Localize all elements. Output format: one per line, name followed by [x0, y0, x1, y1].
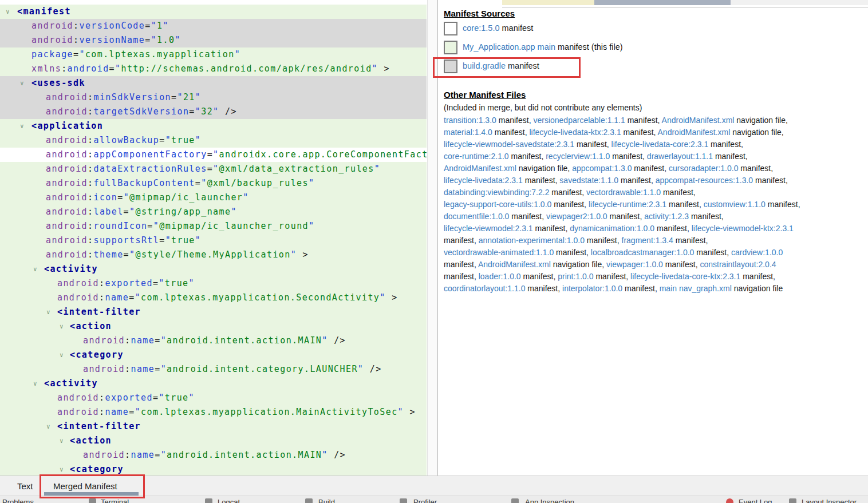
collapse-chevron-icon[interactable]: ∨	[20, 119, 24, 133]
tool-window-button-event-log[interactable]: Event Log	[739, 498, 772, 503]
terminal-icon[interactable]	[89, 498, 96, 503]
code-line[interactable]: android:theme="@style/Theme.MyApplicatio…	[0, 248, 427, 262]
tool-window-button-build[interactable]: Build	[318, 498, 335, 503]
manifest-file-link[interactable]: AndroidManifest.xml	[478, 260, 551, 269]
code-line[interactable]: android:label="@string/app_name"	[0, 205, 427, 219]
manifest-file-link[interactable]: transition:1.3.0	[444, 116, 496, 125]
tool-window-button-layout-inspector[interactable]: Layout Inspector	[802, 498, 857, 503]
code-line[interactable]: ∨<intent-filter	[0, 305, 427, 319]
manifest-file-link[interactable]: material:1.4.0	[444, 128, 492, 137]
code-line[interactable]: android:name="android.intent.action.MAIN…	[0, 448, 427, 462]
code-line[interactable]: android:targetSdkVersion="32" />	[0, 105, 427, 119]
manifest-file-link[interactable]: AndroidManifest.xml	[662, 116, 735, 125]
code-line[interactable]: ∨<uses-sdk	[0, 76, 427, 90]
manifest-file-link[interactable]: appcompat-resources:1.3.0	[656, 176, 753, 185]
tool-window-button-problems[interactable]: Problems	[2, 498, 34, 503]
code-line[interactable]: android:name="android.intent.action.MAIN…	[0, 334, 427, 348]
manifest-file-link[interactable]: savedstate:1.1.0	[559, 176, 618, 185]
code-line[interactable]: android:dataExtractionRules="@xml/data_e…	[0, 162, 427, 176]
manifest-file-link[interactable]: lifecycle-livedata-core-ktx:2.3.1	[630, 272, 740, 281]
code-line[interactable]: android:supportsRtl="true"	[0, 233, 427, 248]
manifest-file-link[interactable]: viewpager2:1.0.0	[546, 212, 607, 221]
manifest-file-link[interactable]: lifecycle-viewmodel-ktx:2.3.1	[692, 224, 794, 233]
collapse-chevron-icon[interactable]: ∨	[33, 262, 37, 276]
manifest-file-link[interactable]: cardview:1.0.0	[731, 248, 783, 257]
manifest-file-link[interactable]: core-runtime:2.1.0	[444, 152, 509, 161]
source-link[interactable]: core:1.5.0	[463, 23, 500, 33]
logcat-icon[interactable]	[205, 498, 212, 503]
manifest-file-link[interactable]: drawerlayout:1.1.1	[647, 152, 713, 161]
code-line[interactable]: android:minSdkVersion="21"	[0, 90, 427, 105]
code-line[interactable]: android:versionName="1.0"	[0, 33, 427, 47]
manifest-file-link[interactable]: lifecycle-viewmodel:2.3.1	[444, 224, 533, 233]
manifest-file-link[interactable]: customview:1.1.0	[704, 200, 766, 209]
manifest-file-link[interactable]: appcompat:1.3.0	[572, 164, 632, 173]
collapse-chevron-icon[interactable]: ∨	[6, 5, 10, 19]
code-line[interactable]: ∨<category	[0, 348, 427, 362]
collapse-chevron-icon[interactable]: ∨	[60, 348, 64, 362]
manifest-file-link[interactable]: constraintlayout:2.0.4	[700, 260, 776, 269]
code-line[interactable]: android:roundIcon="@mipmap/ic_launcher_r…	[0, 219, 427, 233]
collapse-chevron-icon[interactable]: ∨	[46, 305, 50, 319]
manifest-file-link[interactable]: documentfile:1.0.0	[444, 212, 509, 221]
code-line[interactable]: ∨<action	[0, 319, 427, 334]
profiler-icon[interactable]	[400, 498, 407, 503]
code-line[interactable]: ∨<category	[0, 462, 427, 476]
horizontal-scrollbar-thumb[interactable]	[594, 0, 731, 5]
manifest-file-link[interactable]: activity:1.2.3	[644, 212, 689, 221]
manifest-file-link[interactable]: databinding:viewbinding:7.2.2	[444, 188, 549, 197]
code-line[interactable]: android:icon="@mipmap/ic_launcher"	[0, 191, 427, 205]
collapse-chevron-icon[interactable]: ∨	[60, 462, 64, 476]
manifest-file-link[interactable]: AndroidManifest.xml	[444, 164, 516, 173]
manifest-file-link[interactable]: viewpager:1.0.0	[606, 260, 663, 269]
code-line[interactable]: android:versionCode="1"	[0, 19, 427, 33]
code-line[interactable]: ∨<activity	[0, 262, 427, 276]
code-line[interactable]: package="com.lptexas.myapplication"	[0, 47, 427, 62]
tab-text[interactable]: Text	[17, 481, 33, 491]
collapse-chevron-icon[interactable]: ∨	[60, 434, 64, 448]
code-line[interactable]: ∨<intent-filter	[0, 419, 427, 434]
code-line[interactable]: android:allowBackup="true"	[0, 133, 427, 148]
code-line[interactable]: android:exported="true"	[0, 276, 427, 291]
tool-window-button-app-inspection[interactable]: App Inspection	[525, 498, 574, 503]
code-line[interactable]: ∨<action	[0, 434, 427, 448]
code-line[interactable]: android:fullBackupContent="@xml/backup_r…	[0, 176, 427, 191]
event-log-icon[interactable]	[726, 498, 733, 503]
manifest-file-link[interactable]: lifecycle-livedata-ktx:2.3.1	[529, 128, 621, 137]
manifest-file-link[interactable]: coordinatorlayout:1.1.0	[444, 284, 525, 293]
manifest-file-link[interactable]: loader:1.0.0	[479, 272, 521, 281]
collapse-chevron-icon[interactable]: ∨	[33, 377, 37, 391]
manifest-file-link[interactable]: AndroidManifest.xml	[658, 128, 731, 137]
manifest-file-link[interactable]: lifecycle-viewmodel-savedstate:2.3.1	[444, 140, 574, 149]
code-line[interactable]: ∨<application	[0, 119, 427, 133]
manifest-file-link[interactable]: fragment:1.3.4	[622, 236, 673, 245]
tool-window-button-terminal[interactable]: Terminal	[101, 498, 129, 503]
code-line[interactable]: ∨<activity	[0, 377, 427, 391]
layout-inspector-icon[interactable]	[789, 498, 796, 503]
manifest-file-link[interactable]: print:1.0.0	[558, 272, 593, 281]
code-line[interactable]: xmlns:android="http://schemas.android.co…	[0, 62, 427, 76]
manifest-file-link[interactable]: lifecycle-livedata:2.3.1	[444, 176, 523, 185]
source-link[interactable]: My_Application.app main	[463, 42, 555, 52]
tool-window-button-logcat[interactable]: Logcat	[218, 498, 240, 503]
manifest-file-link[interactable]: main nav_graph.xml	[660, 284, 732, 293]
manifest-file-link[interactable]: interpolator:1.0.0	[562, 284, 622, 293]
manifest-file-link[interactable]: lifecycle-livedata-core:2.3.1	[611, 140, 709, 149]
collapse-chevron-icon[interactable]: ∨	[60, 319, 64, 334]
manifest-file-link[interactable]: lifecycle-runtime:2.3.1	[589, 200, 666, 209]
manifest-file-link[interactable]: legacy-support-core-utils:1.0.0	[444, 200, 551, 209]
manifest-file-link[interactable]: versionedparcelable:1.1.1	[533, 116, 625, 125]
code-line[interactable]: ∨<manifest	[0, 5, 427, 19]
tool-window-button-profiler[interactable]: Profiler	[413, 498, 437, 503]
manifest-file-link[interactable]: vectordrawable-animated:1.1.0	[444, 248, 554, 257]
collapse-chevron-icon[interactable]: ∨	[20, 76, 24, 90]
code-line[interactable]: android:appComponentFactory="androidx.co…	[0, 148, 427, 162]
manifest-file-link[interactable]: annotation-experimental:1.0.0	[479, 236, 585, 245]
manifest-file-link[interactable]: localbroadcastmanager:1.0.0	[591, 248, 695, 257]
build-icon[interactable]	[305, 498, 313, 503]
collapse-chevron-icon[interactable]: ∨	[46, 419, 50, 434]
app-inspection-icon[interactable]	[511, 498, 519, 503]
code-line[interactable]: android:name="com.lptexas.myapplication.…	[0, 405, 427, 419]
manifest-file-link[interactable]: vectordrawable:1.1.0	[586, 188, 661, 197]
manifest-file-link[interactable]: recyclerview:1.1.0	[546, 152, 610, 161]
